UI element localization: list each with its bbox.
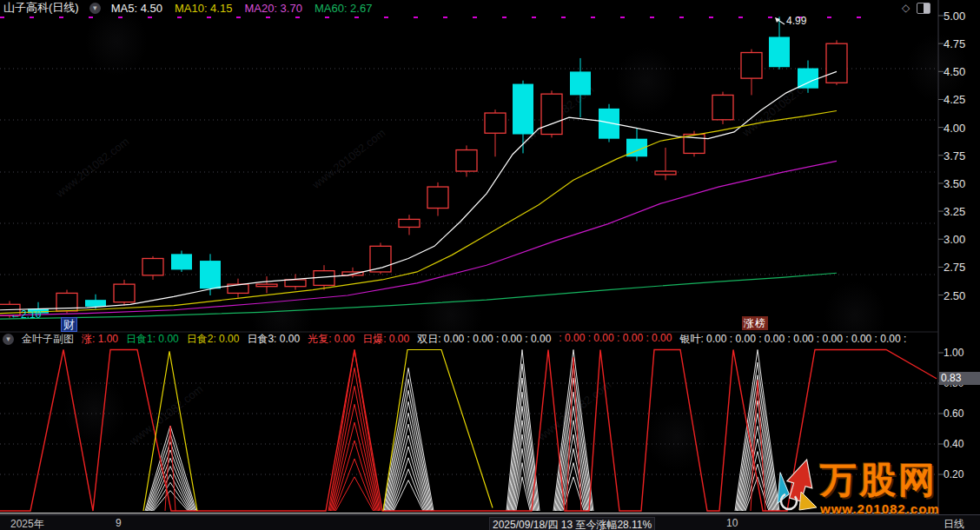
indicator-value-segment: 日爆: 0.00 (362, 333, 409, 346)
site-url-text: www.201082.com (820, 502, 940, 515)
indicator-value-segment: 涨: 1.00 (82, 333, 118, 346)
ma-label: MA60: 2.67 (315, 2, 373, 15)
indicator-value-segment: : 0.00 : 0.00 : 0.00 : 0.00 (559, 333, 672, 346)
indicator-value-segment: 日食1: 0.00 (126, 333, 179, 346)
chart-window-controls: ◇ (902, 3, 930, 14)
ma-label: MA10: 4.15 (175, 2, 233, 15)
chevron-down-icon[interactable]: ▾ (89, 3, 101, 14)
ma-label: MA5: 4.50 (111, 2, 162, 15)
ma-label: MA20: 3.70 (244, 2, 302, 15)
indicator-value-segment: 双日: 0.00 : 0.00 : 0.00 : 0.00 (417, 333, 551, 346)
indicator-value-segment: 日食2: 0.00 (187, 333, 240, 346)
indicator-value-segment: 银叶: 0.00 : 0.00 : 0.00 : 0.00 : 0.00 : 0… (679, 333, 906, 346)
site-logo-arrows (0, 0, 980, 530)
indicator-value-segment: 日食3: 0.00 (247, 333, 300, 346)
symbol-title: 山子高科(日线) (3, 0, 79, 16)
logo-arrow-yellow (799, 492, 817, 510)
indicator-value-segment: 光复: 0.00 (308, 333, 354, 346)
chevron-down-icon[interactable]: ▾ (3, 334, 14, 345)
stock-chart-app: www.201082.com www.201082.com www.201082… (0, 0, 980, 530)
site-logo: 万股网 www.201082.com (820, 462, 940, 515)
split-screen-icon[interactable] (917, 3, 930, 14)
diamond-icon[interactable]: ◇ (902, 3, 910, 14)
site-brand-text: 万股网 (820, 462, 940, 499)
logo-arrow-cyan (769, 472, 791, 503)
indicator-header: ▾ 金叶子副图涨: 1.00日食1: 0.00日食2: 0.00日食3: 0.0… (0, 333, 941, 346)
main-chart-header: 山子高科(日线) ▾ MA5: 4.50MA10: 4.15MA20: 3.70… (0, 0, 942, 16)
indicator-values: 金叶子副图涨: 1.00日食1: 0.00日食2: 0.00日食3: 0.00光… (22, 333, 906, 346)
ma-legend: MA5: 4.50MA10: 4.15MA20: 3.70MA60: 2.67 (111, 2, 373, 15)
indicator-value-segment: 金叶子副图 (22, 333, 74, 346)
